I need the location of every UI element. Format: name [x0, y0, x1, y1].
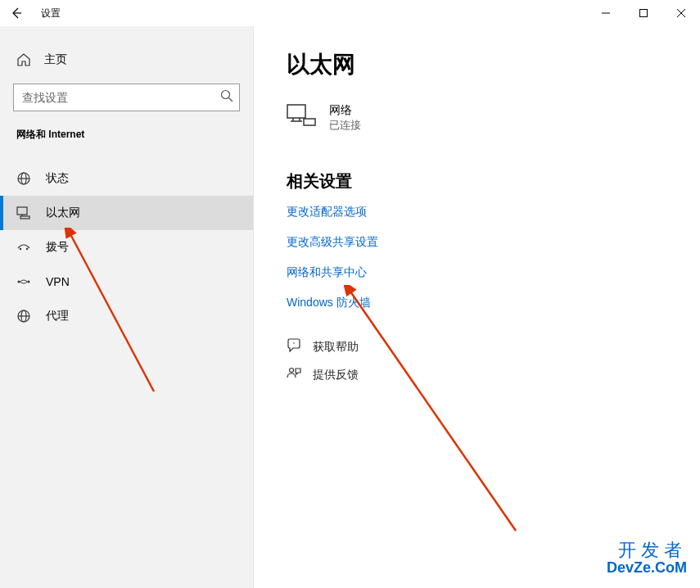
home-link[interactable]: 主页 — [0, 46, 253, 74]
link-adapter-options[interactable]: 更改适配器选项 — [287, 205, 367, 218]
link-network-sharing-center[interactable]: 网络和共享中心 — [287, 265, 367, 278]
watermark-line1: 开发者 — [607, 541, 687, 560]
network-status-block[interactable]: 网络 已连接 — [287, 103, 667, 133]
maximize-icon — [639, 9, 648, 17]
sidebar-item-label: 代理 — [46, 309, 69, 323]
dialup-icon — [16, 240, 31, 255]
svg-rect-20 — [287, 105, 305, 118]
sidebar-item-status[interactable]: 状态 — [0, 161, 253, 196]
maximize-button[interactable] — [625, 0, 662, 26]
page-title: 以太网 — [287, 49, 667, 80]
svg-point-25 — [293, 342, 295, 344]
status-icon — [16, 171, 31, 186]
feedback-icon — [287, 366, 301, 384]
network-name: 网络 — [329, 103, 361, 118]
related-settings-title: 相关设置 — [287, 170, 667, 192]
proxy-icon — [16, 309, 31, 323]
link-advanced-sharing[interactable]: 更改高级共享设置 — [287, 235, 378, 248]
sidebar-item-vpn[interactable]: VPN — [0, 265, 253, 299]
minimize-icon — [602, 9, 610, 17]
sidebar-item-ethernet[interactable]: 以太网 — [0, 196, 253, 230]
window-controls — [587, 0, 700, 26]
svg-point-14 — [26, 248, 28, 250]
nav-list: 状态 以太网 拨号 VPN 代理 — [0, 161, 253, 333]
window-title: 设置 — [41, 7, 61, 20]
watermark-line2: DevZe.CoM — [607, 560, 687, 577]
svg-rect-24 — [304, 119, 315, 125]
minimize-button[interactable] — [587, 0, 625, 26]
svg-point-15 — [18, 281, 20, 283]
svg-point-13 — [20, 248, 21, 250]
sidebar-item-label: 拨号 — [46, 240, 69, 255]
close-icon — [677, 9, 685, 17]
svg-rect-11 — [20, 216, 29, 219]
close-button[interactable] — [662, 0, 700, 26]
help-icon — [287, 338, 301, 356]
feedback-link[interactable]: 提供反馈 — [287, 366, 667, 384]
content-pane: 以太网 网络 已连接 相关设置 更改适配器选项 更改高级共享设置 网络和共享中心… — [254, 26, 700, 588]
svg-point-26 — [290, 369, 294, 373]
search-input[interactable] — [13, 84, 240, 111]
sidebar-item-proxy[interactable]: 代理 — [0, 299, 253, 333]
get-help-link[interactable]: 获取帮助 — [287, 338, 667, 356]
network-state: 已连接 — [329, 118, 361, 133]
monitor-icon — [287, 104, 316, 132]
sidebar-item-label: VPN — [46, 275, 70, 288]
svg-rect-2 — [640, 10, 648, 17]
back-arrow-icon — [10, 7, 23, 20]
vpn-icon — [16, 274, 31, 289]
watermark: 开发者 DevZe.CoM — [607, 541, 687, 577]
home-icon — [16, 52, 31, 67]
svg-point-16 — [28, 281, 30, 283]
link-windows-firewall[interactable]: Windows 防火墙 — [287, 296, 371, 309]
home-label: 主页 — [44, 52, 67, 67]
feedback-label: 提供反馈 — [313, 368, 359, 382]
sidebar-item-label: 状态 — [46, 171, 69, 186]
get-help-label: 获取帮助 — [313, 340, 359, 355]
svg-rect-10 — [17, 207, 27, 215]
ethernet-icon — [16, 206, 31, 220]
back-button[interactable] — [7, 3, 26, 23]
sidebar-item-label: 以太网 — [46, 206, 80, 220]
category-title: 网络和 Internet — [0, 128, 253, 142]
sidebar-item-dialup[interactable]: 拨号 — [0, 230, 253, 265]
titlebar: 设置 — [0, 0, 700, 26]
sidebar: 主页 网络和 Internet 状态 以太网 拨号 VPN — [0, 26, 254, 588]
